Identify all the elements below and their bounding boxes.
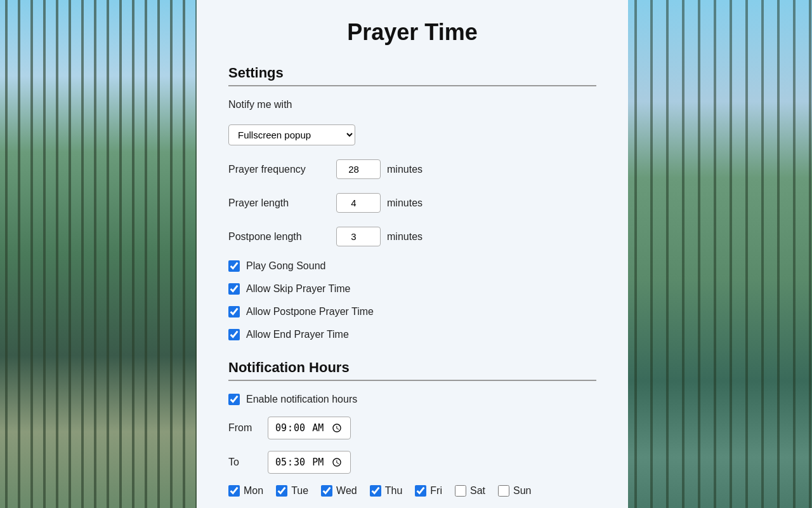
prayer-frequency-input[interactable] bbox=[336, 159, 381, 179]
prayer-length-row: Prayer length minutes bbox=[228, 193, 596, 213]
background-left bbox=[0, 0, 197, 508]
page-title: Prayer Time bbox=[228, 19, 596, 46]
day-thu-label[interactable]: Thu bbox=[385, 485, 403, 497]
postpone-length-row: Postpone length minutes bbox=[228, 227, 596, 246]
main-panel: Prayer Time Settings Notify me with Full… bbox=[197, 0, 628, 508]
postpone-length-label: Postpone length bbox=[228, 231, 330, 243]
day-sat: Sat bbox=[455, 485, 485, 497]
from-time-input[interactable] bbox=[268, 417, 351, 439]
to-time-input[interactable] bbox=[268, 451, 351, 474]
allow-end-checkbox[interactable] bbox=[228, 329, 240, 340]
day-mon-checkbox[interactable] bbox=[228, 485, 240, 497]
day-fri: Fri bbox=[415, 485, 442, 497]
to-row: To bbox=[228, 451, 596, 474]
settings-section-title: Settings bbox=[228, 65, 596, 86]
allow-skip-label[interactable]: Allow Skip Prayer Time bbox=[246, 283, 351, 295]
day-sat-label[interactable]: Sat bbox=[470, 485, 485, 497]
day-sun: Sun bbox=[498, 485, 531, 497]
play-gong-checkbox[interactable] bbox=[228, 260, 240, 272]
settings-section: Settings Notify me with Fullscreen popup… bbox=[228, 65, 596, 340]
day-wed-checkbox[interactable] bbox=[321, 485, 332, 497]
prayer-frequency-unit: minutes bbox=[387, 164, 422, 175]
allow-postpone-checkbox[interactable] bbox=[228, 306, 240, 318]
play-gong-label[interactable]: Play Gong Sound bbox=[246, 260, 325, 272]
allow-postpone-row: Allow Postpone Prayer Time bbox=[228, 306, 596, 318]
day-mon: Mon bbox=[228, 485, 263, 497]
day-mon-label[interactable]: Mon bbox=[244, 485, 263, 497]
day-tue: Tue bbox=[276, 485, 308, 497]
prayer-length-unit: minutes bbox=[387, 197, 422, 209]
allow-skip-row: Allow Skip Prayer Time bbox=[228, 283, 596, 295]
enable-notification-checkbox[interactable] bbox=[228, 394, 240, 405]
day-tue-checkbox[interactable] bbox=[276, 485, 287, 497]
allow-end-label[interactable]: Allow End Prayer Time bbox=[246, 329, 349, 340]
allow-skip-checkbox[interactable] bbox=[228, 283, 240, 295]
day-tue-label[interactable]: Tue bbox=[291, 485, 308, 497]
from-row: From bbox=[228, 417, 596, 439]
day-thu: Thu bbox=[370, 485, 403, 497]
postpone-length-unit: minutes bbox=[387, 231, 422, 243]
allow-end-row: Allow End Prayer Time bbox=[228, 329, 596, 340]
day-wed: Wed bbox=[321, 485, 357, 497]
notification-hours-title: Notification Hours bbox=[228, 359, 596, 381]
notification-hours-section: Notification Hours Enable notification h… bbox=[228, 359, 596, 497]
notify-select[interactable]: Fullscreen popup Banner Silent bbox=[228, 124, 355, 145]
prayer-length-label: Prayer length bbox=[228, 197, 330, 209]
day-sun-label[interactable]: Sun bbox=[513, 485, 531, 497]
background-right bbox=[628, 0, 812, 508]
enable-notification-label[interactable]: Enable notification hours bbox=[246, 394, 357, 405]
from-label: From bbox=[228, 422, 260, 434]
day-wed-label[interactable]: Wed bbox=[336, 485, 357, 497]
to-label: To bbox=[228, 457, 260, 468]
prayer-length-input[interactable] bbox=[336, 193, 381, 213]
play-gong-row: Play Gong Sound bbox=[228, 260, 596, 272]
day-sat-checkbox[interactable] bbox=[455, 485, 466, 497]
postpone-length-input[interactable] bbox=[336, 227, 381, 246]
enable-notification-row: Enable notification hours bbox=[228, 394, 596, 405]
allow-postpone-label[interactable]: Allow Postpone Prayer Time bbox=[246, 306, 374, 318]
prayer-frequency-label: Prayer frequency bbox=[228, 164, 330, 175]
days-row: Mon Tue Wed Thu Fri Sat bbox=[228, 485, 596, 497]
notify-label: Notify me with bbox=[228, 99, 330, 110]
day-thu-checkbox[interactable] bbox=[370, 485, 381, 497]
day-fri-checkbox[interactable] bbox=[415, 485, 426, 497]
notify-select-row: Fullscreen popup Banner Silent bbox=[228, 124, 596, 145]
prayer-frequency-row: Prayer frequency minutes bbox=[228, 159, 596, 179]
day-sun-checkbox[interactable] bbox=[498, 485, 509, 497]
day-fri-label[interactable]: Fri bbox=[430, 485, 442, 497]
notify-row: Notify me with bbox=[228, 99, 596, 110]
